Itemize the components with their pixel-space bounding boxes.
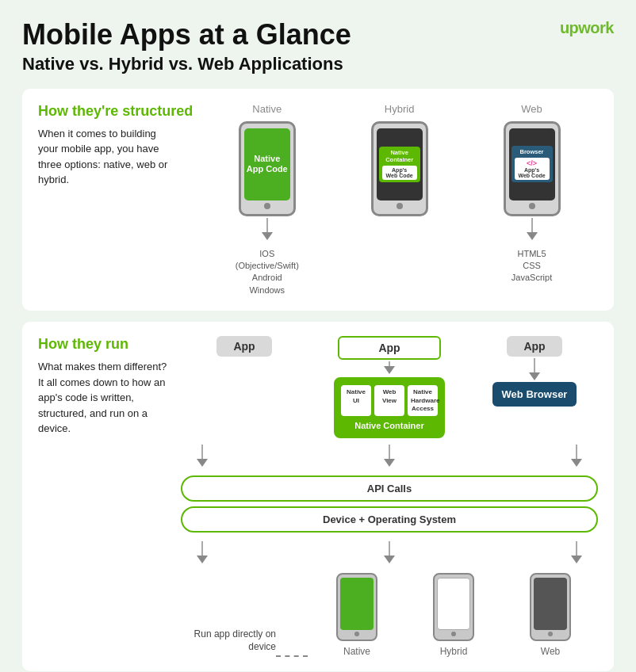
- dashed-arrow: [276, 655, 308, 657]
- hybrid-phone: Native Container App'sWeb Code: [371, 121, 428, 216]
- bottom-native-label: Native: [343, 646, 370, 657]
- web-down-arrow2: [571, 445, 582, 467]
- hybrid-app-box: App: [338, 336, 441, 360]
- bottom-native-screen: [340, 578, 374, 630]
- native-screen: Native App Code: [244, 128, 290, 200]
- run-top-row: App App Native UI Web View: [181, 336, 598, 438]
- structured-section: How they're structured When it comes to …: [22, 89, 614, 311]
- api-box: API Calls: [181, 475, 598, 502]
- page: upwork Mobile Apps at a Glance Native vs…: [0, 0, 636, 672]
- native-col-label: Native: [252, 103, 282, 115]
- hybrid-col-label: Hybrid: [385, 103, 415, 115]
- bottom-native-dot: [354, 632, 359, 636]
- native-down-arrow2: [197, 445, 208, 467]
- web-col-label: Web: [521, 103, 542, 115]
- web-down-arrow3: [571, 541, 582, 563]
- hybrid-down-arrow1: [384, 361, 395, 374]
- native-phone-dot: [264, 203, 270, 209]
- hybrid-down-arrow2: [384, 445, 395, 467]
- upwork-logo: upwork: [560, 19, 614, 37]
- hybrid-web-code: App'sWeb Code: [382, 166, 417, 180]
- run-middle-content: API Calls Device + Operating System: [181, 473, 598, 535]
- native-col-note: IOS(Objective/Swift)AndroidWindows: [236, 248, 299, 297]
- run-title: How they run: [38, 336, 173, 353]
- nc-inner-row: Native UI Web View Native Hardware Acces…: [341, 385, 438, 416]
- run-web-col: App Web Browser: [471, 336, 598, 407]
- bottom-web-dot: [548, 632, 553, 636]
- web-phone-dot: [529, 203, 535, 209]
- run-bottom-hybrid: Hybrid: [406, 573, 501, 657]
- native-arrow: [262, 218, 273, 240]
- native-app-code-label: Native App Code: [244, 152, 290, 176]
- run-right: App App Native UI Web View: [181, 336, 598, 657]
- nc-label: Native Container: [354, 421, 423, 430]
- native-phone: Native App Code: [239, 121, 296, 216]
- structured-title: How they're structured: [38, 103, 193, 120]
- run-layout: How they run What makes them different? …: [38, 336, 598, 657]
- native-phone-col: Native Native App Code IOS(Objective/Swi…: [216, 103, 319, 297]
- nc-hardware: Native Hardware Access: [408, 385, 438, 416]
- nc-native-ui: Native UI: [341, 385, 371, 416]
- run-desc: What makes them different? It all comes …: [38, 359, 173, 437]
- run-directly-label: Run app directly on device: [181, 628, 276, 655]
- bottom-web-phone: [530, 573, 571, 641]
- bottom-hybrid-label: Hybrid: [440, 646, 468, 657]
- web-down-arrow1: [529, 358, 540, 380]
- run-bottom-web: Web: [503, 573, 598, 657]
- bottom-web-screen: [534, 578, 567, 630]
- run-left: How they run What makes them different? …: [38, 336, 181, 437]
- web-code-box: </>App'sWeb Code: [515, 158, 550, 180]
- header: Mobile Apps at a Glance Native vs. Hybri…: [22, 19, 614, 74]
- web-app-box: App: [507, 336, 562, 357]
- run-hybrid-col: App Native UI Web View Native Hardware A…: [326, 336, 453, 438]
- page-title: Mobile Apps at a Glance: [22, 19, 614, 51]
- structured-left: How they're structured When it comes to …: [38, 103, 201, 188]
- browser-box: Browser </>App'sWeb Code: [511, 146, 553, 182]
- native-app-box: App: [216, 336, 272, 357]
- run-bottom: Run app directly on device Native: [181, 573, 598, 657]
- nc-web-view: Web View: [374, 385, 404, 416]
- web-col-note: HTML5CSSJavaScript: [511, 248, 552, 284]
- native-container-big: Native UI Web View Native Hardware Acces…: [334, 377, 445, 438]
- bottom-web-label: Web: [541, 646, 560, 657]
- web-phone-col: Web Browser </>App'sWeb Code: [481, 103, 584, 284]
- web-screen: Browser </>App'sWeb Code: [509, 128, 555, 200]
- bottom-hybrid-phone: [433, 573, 474, 641]
- hybrid-container: Native Container App'sWeb Code: [379, 147, 420, 182]
- structured-desc: When it comes to building your mobile ap…: [38, 126, 173, 188]
- run-bottom-native: Native: [309, 573, 404, 657]
- hybrid-container-label: Native Container: [382, 149, 417, 163]
- hybrid-screen: Native Container App'sWeb Code: [377, 128, 423, 200]
- hybrid-down-arrow3: [384, 541, 395, 563]
- web-arrow: [527, 218, 538, 240]
- device-box: Device + Operating System: [181, 506, 598, 533]
- hybrid-phone-col: Hybrid Native Container App'sWeb Code: [348, 103, 451, 216]
- page-subtitle: Native vs. Hybrid vs. Web Applications: [22, 54, 614, 74]
- bottom-hybrid-screen: [437, 578, 470, 630]
- bottom-native-phone: [336, 573, 377, 641]
- run-native-col: App: [181, 336, 308, 357]
- browser-label: Browser: [520, 148, 544, 155]
- web-phone: Browser </>App'sWeb Code: [504, 121, 561, 216]
- native-down-arrow3: [197, 541, 208, 563]
- run-section: How they run What makes them different? …: [22, 322, 614, 671]
- structured-right: Native Native App Code IOS(Objective/Swi…: [201, 103, 598, 297]
- bottom-hybrid-dot: [451, 632, 456, 636]
- hybrid-phone-dot: [397, 203, 403, 209]
- web-browser-box: Web Browser: [492, 382, 577, 407]
